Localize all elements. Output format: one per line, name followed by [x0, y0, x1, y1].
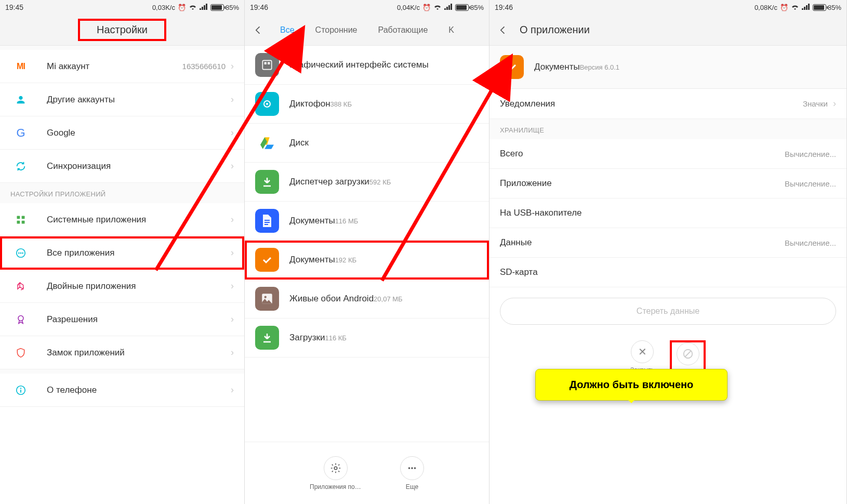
row-mi-account[interactable]: MI Mi аккаунт 1635666610 › — [0, 50, 244, 83]
app-title: Живые обои Android — [289, 294, 374, 303]
row-sync[interactable]: Синхронизация › — [0, 150, 244, 183]
documents-icon — [500, 55, 524, 79]
alarm-icon: ⏰ — [780, 4, 788, 11]
recorder-icon — [255, 92, 279, 116]
tab-running[interactable]: Работающие — [367, 25, 438, 35]
row-label: Синхронизация — [47, 161, 111, 171]
chevron-right-icon: › — [231, 347, 234, 358]
app-row-disk[interactable]: Диск — [245, 124, 489, 163]
row-dual-apps[interactable]: Двойные приложения › — [0, 270, 244, 303]
system-ui-icon — [255, 53, 279, 77]
svg-point-5 — [18, 252, 20, 254]
grid-icon — [10, 213, 31, 227]
row-key: На USB-накопителе — [500, 208, 836, 218]
download-icon — [255, 170, 279, 194]
sync-icon — [10, 159, 31, 174]
app-row-docs-google[interactable]: Документы116 МБ — [245, 202, 489, 241]
clear-data-button[interactable]: Стереть данные — [500, 298, 836, 325]
more-button[interactable]: Еще — [400, 456, 424, 490]
copy-icon — [10, 279, 31, 294]
app-row-system-ui[interactable]: Графический интерфейс системы — [245, 46, 489, 85]
svg-rect-1 — [22, 216, 25, 219]
content[interactable]: Графический интерфейс системы Диктофон38… — [245, 46, 489, 442]
callout-tooltip: Должно быть включено — [535, 369, 727, 401]
tab-third-party[interactable]: Сторонние — [305, 25, 368, 35]
button-label: Еще — [406, 483, 418, 490]
row-value: Вычисление... — [785, 150, 836, 158]
status-time: 19:46 — [250, 3, 268, 11]
svg-point-25 — [414, 467, 416, 469]
row-about-phone[interactable]: О телефоне › — [0, 374, 244, 407]
status-bar: 19:46 0,08K/c ⏰ 85% — [489, 0, 846, 15]
app-row-download-mgr[interactable]: Диспетчер загрузки592 КБ — [245, 163, 489, 202]
svg-point-16 — [266, 103, 268, 105]
section-header: НАСТРОЙКИ ПРИЛОЖЕНИЙ — [0, 183, 244, 203]
app-row-recorder[interactable]: Диктофон388 КБ — [245, 85, 489, 124]
wifi-icon — [433, 4, 442, 11]
row-key: Уведомления — [500, 99, 803, 109]
row-label: Системные приложения — [47, 215, 146, 224]
info-icon — [10, 383, 31, 397]
chevron-right-icon: › — [231, 384, 234, 395]
app-header: ДокументыВерсия 6.0.1 — [489, 46, 846, 89]
tab-cached[interactable]: K — [438, 25, 465, 35]
chevron-right-icon: › — [231, 314, 234, 325]
app-size: 20,07 МБ — [374, 295, 403, 303]
row-value: Значки — [803, 99, 828, 108]
row-label: Двойные приложения — [47, 281, 136, 291]
status-time: 19:46 — [495, 3, 513, 11]
app-title: Диск — [289, 138, 309, 148]
row-label: Mi аккаунт — [47, 61, 89, 71]
button-label: Приложения по умо... — [310, 483, 362, 490]
status-right: 0,03K/c ⏰ 85% — [152, 4, 239, 11]
header: О приложении — [489, 15, 846, 46]
status-speed: 0,03K/c — [152, 4, 175, 11]
svg-rect-0 — [17, 216, 20, 219]
alarm-icon: ⏰ — [178, 4, 186, 11]
svg-point-7 — [22, 252, 23, 254]
row-data: Данные Вычисление... — [489, 228, 846, 258]
row-label: Все приложения — [47, 248, 114, 258]
default-apps-button[interactable]: Приложения по умо... — [310, 456, 362, 490]
medal-icon — [10, 312, 31, 327]
app-row-documents[interactable]: Документы192 КБ — [245, 241, 489, 280]
row-key: Данные — [500, 237, 785, 248]
row-all-apps[interactable]: Все приложения › — [0, 236, 244, 270]
app-size: 192 КБ — [335, 256, 356, 264]
app-title: Диспетчер загрузки — [289, 177, 369, 187]
row-system-apps[interactable]: Системные приложения › — [0, 203, 244, 236]
documents-icon — [255, 248, 279, 272]
app-row-live-wallpaper[interactable]: Живые обои Android20,07 МБ — [245, 280, 489, 319]
app-title: Графический интерфейс системы — [289, 60, 429, 70]
status-time: 19:45 — [5, 3, 23, 11]
chevron-right-icon: › — [231, 281, 234, 291]
content[interactable]: MI Mi аккаунт 1635666610 › Другие аккаун… — [0, 46, 244, 504]
downloads-icon — [255, 326, 279, 350]
back-icon[interactable] — [253, 25, 266, 35]
row-notifications[interactable]: Уведомления Значки › — [489, 89, 846, 119]
row-label: Разрешения — [47, 314, 98, 324]
row-total: Всего Вычисление... — [489, 139, 846, 169]
row-google[interactable]: G Google › — [0, 116, 244, 150]
row-value: Вычисление... — [785, 179, 836, 188]
chevron-right-icon: › — [231, 94, 234, 105]
status-right: 0,04K/c ⏰ 85% — [397, 4, 484, 11]
more-icon — [400, 456, 424, 480]
row-label: Другие аккаунты — [47, 95, 115, 104]
wallpaper-icon — [255, 287, 279, 311]
row-permissions[interactable]: Разрешения › — [0, 303, 244, 336]
row-other-accounts[interactable]: Другие аккаунты › — [0, 83, 244, 116]
row-key: Всего — [500, 149, 785, 159]
row-app-lock[interactable]: Замок приложений › — [0, 336, 244, 369]
svg-point-21 — [264, 296, 267, 298]
app-row-downloads[interactable]: Загрузки116 КБ — [245, 319, 489, 357]
svg-point-23 — [408, 467, 411, 469]
back-icon[interactable] — [498, 25, 510, 35]
svg-rect-12 — [262, 60, 271, 69]
tab-all[interactable]: Все — [270, 25, 305, 35]
gear-icon — [324, 456, 348, 480]
content[interactable]: ДокументыВерсия 6.0.1 Уведомления Значки… — [489, 46, 846, 504]
svg-rect-11 — [20, 390, 21, 393]
disable-icon — [677, 342, 699, 365]
shield-icon — [10, 346, 31, 360]
